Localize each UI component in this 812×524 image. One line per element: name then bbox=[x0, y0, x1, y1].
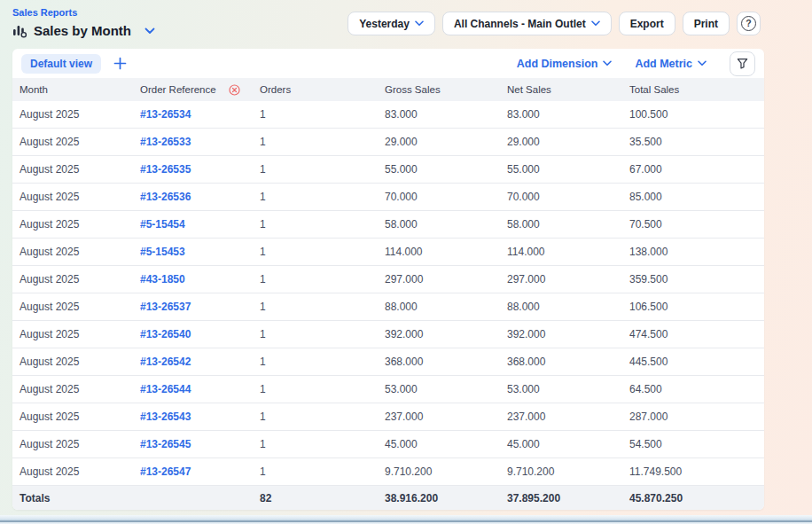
report-card: Default view Add Dimension Add Metric Mo… bbox=[12, 49, 764, 510]
add-dimension-dropdown[interactable]: Add Dimension bbox=[517, 58, 613, 70]
views-toolbar: Default view Add Dimension Add Metric bbox=[12, 49, 764, 78]
orders-cell: 1 bbox=[253, 356, 378, 368]
total-sales-cell: 474.500 bbox=[622, 328, 764, 340]
month-cell: August 2025 bbox=[12, 108, 133, 121]
totals-label: Totals bbox=[12, 492, 133, 504]
net-sales-cell: 297.000 bbox=[500, 273, 622, 285]
gross-sales-cell: 237.000 bbox=[378, 411, 500, 423]
order-reference-link[interactable]: #13-26543 bbox=[133, 411, 253, 423]
add-view-button[interactable] bbox=[112, 55, 129, 72]
channel-filter-dropdown[interactable]: All Channels - Main Outlet bbox=[442, 12, 612, 35]
orders-cell: 1 bbox=[253, 218, 378, 231]
add-metric-dropdown[interactable]: Add Metric bbox=[635, 58, 707, 70]
order-reference-link[interactable]: #13-26544 bbox=[133, 383, 253, 395]
orders-cell: 1 bbox=[253, 191, 378, 203]
orders-cell: 1 bbox=[253, 328, 378, 340]
order-reference-link[interactable]: #5-15454 bbox=[133, 218, 253, 231]
question-mark-icon: ? bbox=[741, 16, 756, 31]
orders-cell: 1 bbox=[253, 438, 378, 450]
total-sales-cell: 287.000 bbox=[622, 411, 764, 423]
order-reference-link[interactable]: #13-26542 bbox=[133, 356, 253, 368]
month-cell: August 2025 bbox=[12, 273, 133, 285]
column-header-order-reference[interactable]: Order Reference bbox=[133, 84, 253, 96]
month-cell: August 2025 bbox=[12, 465, 133, 478]
total-sales-cell: 106.500 bbox=[622, 301, 764, 313]
column-header-month[interactable]: Month bbox=[12, 84, 133, 95]
net-sales-cell: 114.000 bbox=[500, 246, 622, 258]
gross-sales-cell: 70.000 bbox=[378, 191, 500, 203]
title-chevron-down-icon[interactable] bbox=[144, 27, 155, 35]
table-row: August 2025 #13-26543 1 237.000 237.000 … bbox=[12, 403, 764, 431]
total-sales-cell: 35.500 bbox=[622, 136, 764, 148]
order-reference-link[interactable]: #5-15453 bbox=[133, 246, 253, 258]
sales-table: Month Order Reference Orders Gross Sales… bbox=[12, 78, 764, 510]
page-title: Sales by Month bbox=[34, 23, 131, 38]
order-reference-link[interactable]: #13-26534 bbox=[133, 108, 253, 121]
column-header-total-sales[interactable]: Total Sales bbox=[622, 84, 764, 95]
remove-dimension-icon[interactable] bbox=[229, 84, 240, 96]
orders-cell: 1 bbox=[253, 108, 378, 121]
orders-cell: 1 bbox=[253, 163, 378, 176]
help-button[interactable]: ? bbox=[737, 12, 761, 35]
month-cell: August 2025 bbox=[12, 246, 133, 258]
table-row: August 2025 #13-26540 1 392.000 392.000 … bbox=[12, 321, 764, 348]
order-reference-link[interactable]: #13-26535 bbox=[133, 163, 253, 176]
total-sales-cell: 64.500 bbox=[622, 383, 764, 395]
total-sales-cell: 85.000 bbox=[622, 191, 764, 203]
table-header-row: Month Order Reference Orders Gross Sales… bbox=[12, 78, 764, 101]
order-reference-link[interactable]: #13-26545 bbox=[133, 438, 253, 450]
header-controls: Yesterday All Channels - Main Outlet Exp… bbox=[347, 12, 761, 35]
order-reference-link[interactable]: #13-26533 bbox=[133, 136, 253, 148]
order-reference-link[interactable]: #43-1850 bbox=[133, 273, 253, 285]
export-button[interactable]: Export bbox=[619, 12, 675, 35]
gross-sales-cell: 114.000 bbox=[378, 246, 500, 258]
month-cell: August 2025 bbox=[12, 218, 133, 231]
net-sales-cell: 392.000 bbox=[500, 328, 622, 340]
order-reference-link[interactable]: #13-26540 bbox=[133, 328, 253, 340]
net-sales-cell: 55.000 bbox=[500, 163, 622, 176]
table-row: August 2025 #13-26536 1 70.000 70.000 85… bbox=[12, 184, 764, 211]
net-sales-cell: 45.000 bbox=[500, 438, 622, 450]
table-row: August 2025 #13-26534 1 83.000 83.000 10… bbox=[12, 101, 764, 129]
gross-sales-cell: 55.000 bbox=[378, 163, 500, 176]
table-row: August 2025 #5-15454 1 58.000 58.000 70.… bbox=[12, 211, 764, 239]
net-sales-cell: 53.000 bbox=[500, 383, 622, 395]
table-row: August 2025 #13-26542 1 368.000 368.000 … bbox=[12, 348, 764, 376]
gross-sales-cell: 297.000 bbox=[378, 273, 500, 285]
view-tab-default[interactable]: Default view bbox=[21, 54, 101, 74]
month-cell: August 2025 bbox=[12, 163, 133, 176]
column-header-net-sales[interactable]: Net Sales bbox=[500, 84, 622, 95]
net-sales-cell: 29.000 bbox=[500, 136, 622, 148]
orders-cell: 1 bbox=[253, 465, 378, 478]
month-cell: August 2025 bbox=[12, 438, 133, 450]
order-reference-link[interactable]: #13-26537 bbox=[133, 301, 253, 313]
order-reference-link[interactable]: #13-26547 bbox=[133, 465, 253, 478]
chevron-down-icon bbox=[415, 20, 424, 27]
totals-row: Totals 82 38.916.200 37.895.200 45.870.2… bbox=[12, 486, 764, 510]
totals-net-sales: 37.895.200 bbox=[500, 492, 622, 504]
print-button[interactable]: Print bbox=[683, 12, 730, 35]
total-sales-cell: 445.500 bbox=[622, 356, 764, 368]
totals-orders: 82 bbox=[253, 492, 378, 504]
gross-sales-cell: 392.000 bbox=[378, 328, 500, 340]
month-cell: August 2025 bbox=[12, 328, 133, 340]
column-header-orders[interactable]: Orders bbox=[253, 84, 378, 95]
date-filter-dropdown[interactable]: Yesterday bbox=[347, 12, 435, 35]
orders-cell: 1 bbox=[253, 273, 378, 285]
net-sales-cell: 368.000 bbox=[500, 356, 622, 368]
gross-sales-cell: 83.000 bbox=[378, 108, 500, 121]
channel-filter-label: All Channels - Main Outlet bbox=[454, 18, 586, 30]
table-row: August 2025 #43-1850 1 297.000 297.000 3… bbox=[12, 266, 764, 293]
month-cell: August 2025 bbox=[12, 191, 133, 203]
total-sales-cell: 359.500 bbox=[622, 273, 764, 285]
table-row: August 2025 #5-15453 1 114.000 114.000 1… bbox=[12, 239, 764, 266]
report-header: Sales Reports Sales by Month Yesterday A… bbox=[0, 0, 812, 38]
total-sales-cell: 54.500 bbox=[622, 438, 764, 450]
total-sales-cell: 67.000 bbox=[622, 163, 764, 176]
filter-button[interactable] bbox=[730, 51, 755, 76]
total-sales-cell: 70.500 bbox=[622, 218, 764, 231]
order-reference-link[interactable]: #13-26536 bbox=[133, 191, 253, 203]
column-header-gross-sales[interactable]: Gross Sales bbox=[378, 84, 500, 95]
net-sales-cell: 83.000 bbox=[500, 108, 622, 121]
total-sales-cell: 11.749.500 bbox=[622, 465, 764, 478]
